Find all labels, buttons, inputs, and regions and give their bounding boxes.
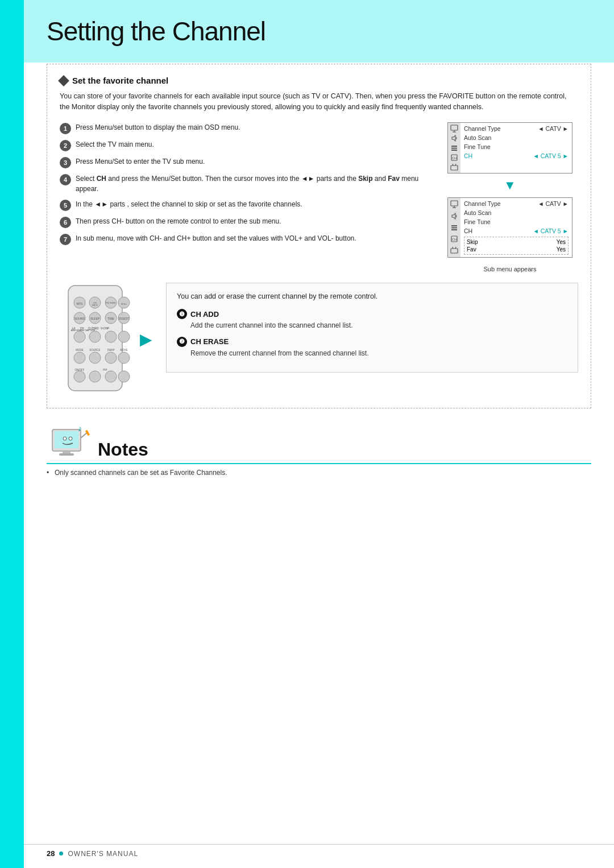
- footer: 28 OWNER'S MANUAL: [24, 844, 614, 858]
- osd-bottom-table: CH Channel Type ◄ CATV ►: [448, 198, 572, 257]
- osd-icon-channel: CH: [450, 154, 458, 162]
- svg-rect-16: [451, 225, 457, 226]
- osd-row2-autoscan: Auto Scan: [464, 208, 569, 217]
- step-item-6: 6Then press CH- button on the remote con…: [60, 216, 430, 228]
- svg-point-50: [118, 331, 130, 342]
- svg-text:SLEEP: SLEEP: [90, 317, 100, 320]
- main-section: Set the favorite channel You can store o…: [47, 64, 591, 408]
- osd-bottom-content: Channel Type ◄ CATV ► Auto Scan Fine Tun…: [460, 198, 572, 257]
- steps-list: 1Press Menu/set button to display the ma…: [60, 122, 430, 245]
- osd-row-ch: CH ◄ CATV 5 ►: [464, 151, 569, 160]
- svg-rect-18: [451, 229, 457, 230]
- footer-page-number: 28: [47, 849, 55, 858]
- osd-icon-monitor: [450, 125, 458, 133]
- svg-point-68: [69, 437, 72, 440]
- notes-mascot-icon: ♪: [47, 421, 92, 461]
- step-text-2: Select the TV main menu.: [76, 139, 154, 150]
- step-text-4: Select CH and press the Menu/Set button.…: [76, 173, 430, 194]
- svg-point-58: [118, 352, 130, 363]
- remote-control-image: MTS CH INFO PICTURE STILL SOUND SLEEP TI…: [60, 283, 131, 396]
- step-item-3: 3Press Menu/Set to enter the TV sub menu…: [60, 156, 430, 168]
- osd-top-box: CH Channel Type ◄ CATV ►: [447, 122, 572, 173]
- osd-row-finetune: Fine Tune: [464, 142, 569, 151]
- svg-marker-3: [452, 135, 455, 141]
- step-num-2: 2: [60, 140, 71, 151]
- svg-point-55: [74, 352, 85, 363]
- osd-icon-monitor-2: [450, 200, 458, 208]
- osd-icon-sound: [450, 134, 458, 142]
- right-arrow-icon: ▶: [140, 330, 152, 349]
- svg-point-47: [74, 331, 85, 342]
- osd-icon-sound-2: [450, 212, 458, 220]
- osd-sub-skip: Skip Yes: [467, 238, 566, 246]
- svg-rect-66: [55, 431, 78, 448]
- ch-erase-item: ❷ CH ERASE Remove the current channel fr…: [177, 337, 567, 358]
- osd-column: CH Channel Type ◄ CATV ►: [442, 122, 578, 272]
- ch-erase-num: ❷: [177, 337, 187, 347]
- step-item-4: 4Select CH and press the Menu/Set button…: [60, 173, 430, 194]
- step-text-7: In sub menu, move with CH- and CH+ butto…: [76, 233, 356, 243]
- notes-header: ♪ Notes: [47, 421, 591, 464]
- svg-point-61: [74, 371, 85, 382]
- step-num-6: 6: [60, 217, 71, 228]
- intro-text: You can store of your favorite channels …: [60, 91, 578, 113]
- svg-text:♪: ♪: [78, 424, 82, 433]
- sub-menu-label: Sub menu appears: [484, 266, 537, 272]
- step-item-1: 1Press Menu/set button to display the ma…: [60, 122, 430, 134]
- osd-row2-ch: CH ◄ CATV 5 ►: [464, 226, 569, 235]
- step-text-1: Press Menu/set button to display the mai…: [76, 122, 240, 133]
- osd-icon-settings-2: [450, 224, 458, 232]
- osd-top-table: CH Channel Type ◄ CATV ►: [448, 123, 572, 173]
- svg-point-57: [105, 352, 117, 363]
- steps-osd-layout: 1Press Menu/set button to display the ma…: [60, 122, 578, 272]
- svg-text:SOUND: SOUND: [74, 317, 85, 320]
- svg-point-48: [89, 331, 101, 342]
- svg-rect-6: [451, 150, 457, 151]
- remote-section: MTS CH INFO PICTURE STILL SOUND SLEEP TI…: [60, 283, 152, 396]
- osd-icons-sidebar-bottom: CH: [448, 198, 460, 257]
- notes-item-1: • Only scanned channels can be set as Fa…: [47, 469, 591, 477]
- section-title: Set the favorite channel: [60, 76, 578, 85]
- svg-rect-4: [451, 146, 457, 147]
- svg-rect-12: [451, 201, 458, 206]
- svg-point-56: [89, 352, 101, 363]
- page-title: Setting the Channel: [47, 0, 591, 58]
- left-accent-bar: [0, 0, 24, 868]
- svg-marker-15: [452, 213, 455, 219]
- notes-section: ♪ Notes • Only scanned channels can be s…: [47, 421, 591, 477]
- svg-text:MOVE: MOVE: [120, 349, 127, 352]
- svg-rect-9: [451, 166, 458, 170]
- osd-icons-sidebar-top: CH: [448, 123, 460, 173]
- svg-text:CH: CH: [452, 156, 457, 159]
- step-item-2: 2Select the TV main menu.: [60, 139, 430, 151]
- step-item-5: 5In the ◄► parts , select the channel to…: [60, 199, 430, 211]
- bottom-row: MTS CH INFO PICTURE STILL SOUND SLEEP TI…: [60, 283, 578, 396]
- remote-description: You can add or erase the current channel…: [177, 291, 567, 302]
- notes-title: Notes: [98, 440, 148, 461]
- svg-text:INFO: INFO: [92, 304, 98, 307]
- ch-add-title: ❶ CH ADD: [177, 309, 567, 319]
- svg-text:TIME: TIME: [107, 317, 115, 320]
- svg-point-64: [118, 371, 130, 382]
- step-num-3: 3: [60, 157, 71, 168]
- svg-point-67: [63, 437, 67, 440]
- svg-rect-70: [59, 453, 74, 456]
- step-num-1: 1: [60, 123, 71, 134]
- svg-point-49: [105, 331, 117, 342]
- osd-row2-finetune: Fine Tune: [464, 217, 569, 226]
- ch-erase-desc: Remove the current channel from the scan…: [190, 349, 567, 358]
- footer-dot-icon: [59, 852, 63, 855]
- down-arrow-icon: ▼: [504, 179, 516, 192]
- svg-text:CH: CH: [452, 237, 457, 241]
- ch-erase-title: ❷ CH ERASE: [177, 337, 567, 347]
- notes-list: • Only scanned channels can be set as Fa…: [47, 469, 591, 477]
- osd-icon-tv: [450, 163, 458, 171]
- osd-icon-tv-2: [450, 246, 458, 254]
- svg-rect-17: [451, 227, 457, 228]
- step-text-6: Then press CH- button on the remote cont…: [76, 216, 281, 226]
- svg-text:MODE: MODE: [76, 349, 84, 352]
- osd-row-channeltype: Channel Type ◄ CATV ►: [464, 124, 569, 133]
- ch-add-num: ❶: [177, 309, 187, 319]
- svg-text:SWAP: SWAP: [107, 349, 114, 352]
- osd-top-content: Channel Type ◄ CATV ► Auto Scan Fine Tun…: [460, 123, 572, 173]
